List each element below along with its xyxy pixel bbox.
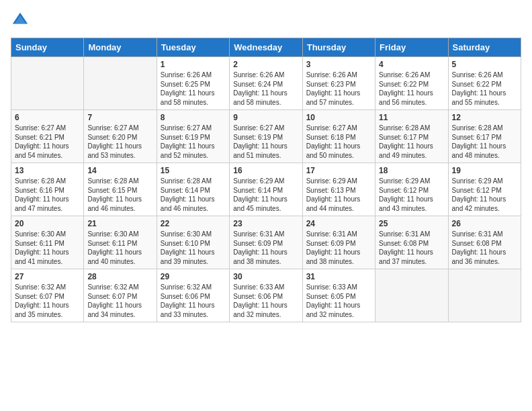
calendar-cell: 8Sunrise: 6:27 AMSunset: 6:19 PMDaylight… xyxy=(157,110,229,163)
calendar-cell: 15Sunrise: 6:28 AMSunset: 6:14 PMDayligh… xyxy=(157,163,229,216)
calendar-cell: 31Sunrise: 6:33 AMSunset: 6:05 PMDayligh… xyxy=(302,269,375,322)
day-number: 23 xyxy=(233,219,298,228)
day-of-week-header: Monday xyxy=(84,38,157,57)
day-of-week-header: Friday xyxy=(375,38,448,57)
day-number: 1 xyxy=(161,60,226,69)
day-info: Sunrise: 6:31 AMSunset: 6:08 PMDaylight:… xyxy=(452,230,517,266)
calendar-week-row: 27Sunrise: 6:32 AMSunset: 6:07 PMDayligh… xyxy=(11,269,521,322)
day-of-week-header: Tuesday xyxy=(157,38,229,57)
day-number: 2 xyxy=(233,60,298,69)
day-number: 28 xyxy=(87,272,152,281)
day-info: Sunrise: 6:32 AMSunset: 6:06 PMDaylight:… xyxy=(161,283,226,319)
calendar-week-row: 6Sunrise: 6:27 AMSunset: 6:21 PMDaylight… xyxy=(11,110,521,163)
calendar-cell xyxy=(375,269,448,322)
calendar-cell: 28Sunrise: 6:32 AMSunset: 6:07 PMDayligh… xyxy=(84,269,157,322)
day-number: 11 xyxy=(379,113,444,122)
day-info: Sunrise: 6:26 AMSunset: 6:23 PMDaylight:… xyxy=(306,71,371,107)
day-info: Sunrise: 6:26 AMSunset: 6:25 PMDaylight:… xyxy=(161,71,226,107)
day-number: 21 xyxy=(87,219,152,228)
day-number: 25 xyxy=(379,219,444,228)
day-number: 8 xyxy=(161,113,226,122)
day-info: Sunrise: 6:31 AMSunset: 6:09 PMDaylight:… xyxy=(306,230,371,266)
day-number: 3 xyxy=(306,60,371,69)
calendar-cell: 26Sunrise: 6:31 AMSunset: 6:08 PMDayligh… xyxy=(448,216,521,269)
day-info: Sunrise: 6:27 AMSunset: 6:18 PMDaylight:… xyxy=(306,124,371,160)
day-info: Sunrise: 6:32 AMSunset: 6:07 PMDaylight:… xyxy=(87,283,152,319)
logo xyxy=(11,11,32,30)
day-number: 31 xyxy=(306,272,371,281)
calendar-cell: 13Sunrise: 6:28 AMSunset: 6:16 PMDayligh… xyxy=(11,163,84,216)
calendar-cell: 30Sunrise: 6:33 AMSunset: 6:06 PMDayligh… xyxy=(230,269,302,322)
day-info: Sunrise: 6:27 AMSunset: 6:19 PMDaylight:… xyxy=(233,124,298,160)
day-info: Sunrise: 6:29 AMSunset: 6:14 PMDaylight:… xyxy=(233,177,298,213)
day-info: Sunrise: 6:26 AMSunset: 6:22 PMDaylight:… xyxy=(379,71,444,107)
day-info: Sunrise: 6:28 AMSunset: 6:16 PMDaylight:… xyxy=(15,177,80,213)
calendar-cell: 21Sunrise: 6:30 AMSunset: 6:11 PMDayligh… xyxy=(84,216,157,269)
day-number: 4 xyxy=(379,60,444,69)
day-of-week-header: Wednesday xyxy=(230,38,302,57)
calendar-cell: 25Sunrise: 6:31 AMSunset: 6:08 PMDayligh… xyxy=(375,216,448,269)
day-info: Sunrise: 6:29 AMSunset: 6:12 PMDaylight:… xyxy=(379,177,444,213)
calendar-cell: 1Sunrise: 6:26 AMSunset: 6:25 PMDaylight… xyxy=(157,57,229,110)
day-number: 18 xyxy=(379,166,444,175)
calendar-cell: 11Sunrise: 6:28 AMSunset: 6:17 PMDayligh… xyxy=(375,110,448,163)
day-number: 6 xyxy=(15,113,80,122)
calendar-cell: 14Sunrise: 6:28 AMSunset: 6:15 PMDayligh… xyxy=(84,163,157,216)
day-info: Sunrise: 6:27 AMSunset: 6:21 PMDaylight:… xyxy=(15,124,80,160)
calendar-cell: 19Sunrise: 6:29 AMSunset: 6:12 PMDayligh… xyxy=(448,163,521,216)
day-info: Sunrise: 6:31 AMSunset: 6:08 PMDaylight:… xyxy=(379,230,444,266)
day-number: 20 xyxy=(15,219,80,228)
calendar-cell: 29Sunrise: 6:32 AMSunset: 6:06 PMDayligh… xyxy=(157,269,229,322)
calendar-cell: 2Sunrise: 6:26 AMSunset: 6:24 PMDaylight… xyxy=(230,57,302,110)
calendar-cell xyxy=(448,269,521,322)
day-info: Sunrise: 6:28 AMSunset: 6:17 PMDaylight:… xyxy=(452,124,517,160)
day-number: 15 xyxy=(161,166,226,175)
calendar-cell: 17Sunrise: 6:29 AMSunset: 6:13 PMDayligh… xyxy=(302,163,375,216)
day-info: Sunrise: 6:26 AMSunset: 6:24 PMDaylight:… xyxy=(233,71,298,107)
day-number: 16 xyxy=(233,166,298,175)
day-of-week-header: Saturday xyxy=(448,38,521,57)
day-number: 30 xyxy=(233,272,298,281)
calendar-cell: 4Sunrise: 6:26 AMSunset: 6:22 PMDaylight… xyxy=(375,57,448,110)
calendar-cell xyxy=(84,57,157,110)
day-info: Sunrise: 6:27 AMSunset: 6:20 PMDaylight:… xyxy=(87,124,152,160)
day-number: 7 xyxy=(87,113,152,122)
day-number: 24 xyxy=(306,219,371,228)
day-info: Sunrise: 6:31 AMSunset: 6:09 PMDaylight:… xyxy=(233,230,298,266)
calendar-cell: 5Sunrise: 6:26 AMSunset: 6:22 PMDaylight… xyxy=(448,57,521,110)
calendar-header-row: SundayMondayTuesdayWednesdayThursdayFrid… xyxy=(11,38,521,57)
day-number: 13 xyxy=(15,166,80,175)
calendar-cell: 7Sunrise: 6:27 AMSunset: 6:20 PMDaylight… xyxy=(84,110,157,163)
calendar-week-row: 13Sunrise: 6:28 AMSunset: 6:16 PMDayligh… xyxy=(11,163,521,216)
calendar-cell: 3Sunrise: 6:26 AMSunset: 6:23 PMDaylight… xyxy=(302,57,375,110)
day-of-week-header: Sunday xyxy=(11,38,84,57)
day-number: 26 xyxy=(452,219,517,228)
calendar-week-row: 20Sunrise: 6:30 AMSunset: 6:11 PMDayligh… xyxy=(11,216,521,269)
calendar-cell: 9Sunrise: 6:27 AMSunset: 6:19 PMDaylight… xyxy=(230,110,302,163)
calendar-cell: 24Sunrise: 6:31 AMSunset: 6:09 PMDayligh… xyxy=(302,216,375,269)
day-number: 17 xyxy=(306,166,371,175)
calendar-cell: 18Sunrise: 6:29 AMSunset: 6:12 PMDayligh… xyxy=(375,163,448,216)
day-info: Sunrise: 6:32 AMSunset: 6:07 PMDaylight:… xyxy=(15,283,80,319)
day-info: Sunrise: 6:26 AMSunset: 6:22 PMDaylight:… xyxy=(452,71,517,107)
day-number: 9 xyxy=(233,113,298,122)
logo-icon xyxy=(11,11,30,30)
day-info: Sunrise: 6:28 AMSunset: 6:17 PMDaylight:… xyxy=(379,124,444,160)
calendar-cell: 12Sunrise: 6:28 AMSunset: 6:17 PMDayligh… xyxy=(448,110,521,163)
day-number: 29 xyxy=(161,272,226,281)
day-number: 22 xyxy=(161,219,226,228)
calendar-cell: 22Sunrise: 6:30 AMSunset: 6:10 PMDayligh… xyxy=(157,216,229,269)
day-info: Sunrise: 6:29 AMSunset: 6:13 PMDaylight:… xyxy=(306,177,371,213)
day-number: 10 xyxy=(306,113,371,122)
day-number: 12 xyxy=(452,113,517,122)
calendar-cell: 16Sunrise: 6:29 AMSunset: 6:14 PMDayligh… xyxy=(230,163,302,216)
calendar-cell: 23Sunrise: 6:31 AMSunset: 6:09 PMDayligh… xyxy=(230,216,302,269)
calendar-cell: 6Sunrise: 6:27 AMSunset: 6:21 PMDaylight… xyxy=(11,110,84,163)
day-number: 14 xyxy=(87,166,152,175)
day-number: 27 xyxy=(15,272,80,281)
day-number: 5 xyxy=(452,60,517,69)
calendar-cell xyxy=(11,57,84,110)
calendar-cell: 20Sunrise: 6:30 AMSunset: 6:11 PMDayligh… xyxy=(11,216,84,269)
day-number: 19 xyxy=(452,166,517,175)
day-info: Sunrise: 6:27 AMSunset: 6:19 PMDaylight:… xyxy=(161,124,226,160)
